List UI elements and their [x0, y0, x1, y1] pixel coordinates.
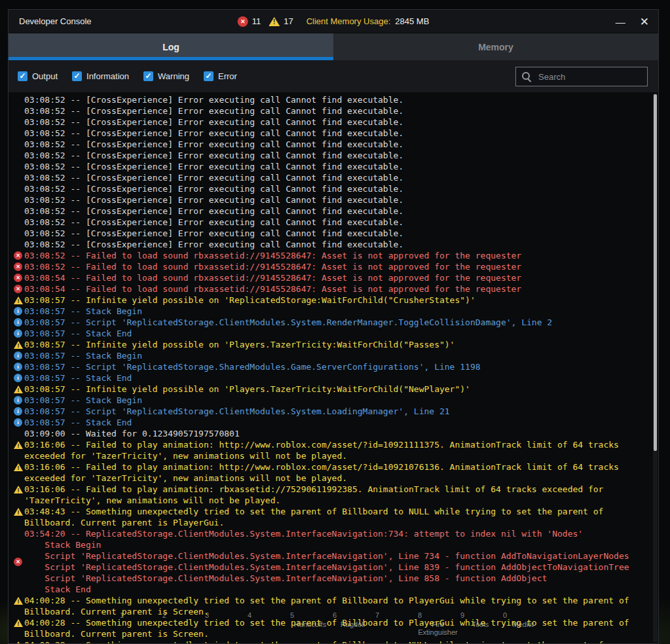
log-entry-gutter: [14, 272, 24, 282]
warning-icon: [14, 508, 23, 516]
log-entry: 03:08:52 -- [CrossExperience] Error exec…: [14, 150, 646, 161]
minimize-button[interactable]: —: [616, 17, 625, 27]
warning-icon: [14, 619, 23, 627]
log-entry: 03:08:52 -- [CrossExperience] Error exec…: [14, 105, 646, 116]
log-entry-text: 03:54:20 -- ReplicatedStorage.ClientModu…: [24, 528, 646, 595]
checkbox-checked-icon: [143, 71, 153, 81]
search-box[interactable]: [515, 67, 648, 86]
error-count: 11: [252, 16, 261, 26]
log-entry-gutter: [14, 250, 24, 260]
info-icon: [14, 418, 22, 427]
log-entry-gutter: [14, 161, 24, 162]
log-entry-gutter: [14, 328, 24, 338]
error-icon: [14, 558, 22, 566]
scrollbar-thumb[interactable]: [654, 94, 657, 451]
log-entry-text: 03:08:57 -- Stack Begin: [24, 350, 646, 361]
error-icon: [14, 285, 22, 293]
log-entry: 03:08:57 -- Infinite yield possible on '…: [14, 295, 646, 306]
filter-warning[interactable]: Warning: [143, 71, 189, 81]
log-entry-text: 03:08:57 -- Infinite yield possible on '…: [24, 384, 646, 395]
status-badges: 11 17 Client Memory Usage: 2845 MB: [238, 16, 430, 27]
log-entry-gutter: [14, 228, 24, 229]
log-entry: 04:00:28 -- Something unexpectedly tried…: [14, 595, 646, 617]
tab-log-label: Log: [162, 42, 179, 52]
log-entry: 03:08:57 -- Stack End: [14, 417, 646, 428]
info-icon: [14, 396, 22, 404]
log-entry-gutter: [14, 295, 24, 304]
client-memory-usage-value: 2845 MB: [395, 16, 429, 26]
log-entry: 03:08:57 -- Stack End: [14, 372, 646, 384]
log-entry-gutter: [14, 116, 24, 118]
scrollbar[interactable]: [653, 94, 658, 642]
filter-information[interactable]: Information: [72, 71, 129, 81]
log-entry-gutter: [14, 395, 24, 404]
log-entry: 03:08:57 -- Stack Begin: [14, 306, 646, 317]
checkbox-checked-icon: [72, 71, 82, 81]
log-entry-text: 03:08:52 -- [CrossExperience] Error exec…: [24, 217, 646, 228]
tab-memory[interactable]: Memory: [333, 33, 658, 60]
log-entry-text: 03:08:57 -- Infinite yield possible on '…: [24, 339, 646, 350]
log-entry: 03:08:52 -- [CrossExperience] Error exec…: [14, 139, 646, 150]
log-entry: 03:08:57 -- Script 'ReplicatedStorage.Cl…: [14, 317, 646, 328]
log-entry: 03:16:06 -- Failed to play animation: ht…: [14, 461, 646, 484]
log-entry-gutter: [14, 384, 24, 393]
log-entry-gutter: [14, 595, 24, 605]
window-controls: — ✕: [616, 10, 649, 33]
log-entry-text: 03:08:52 -- [CrossExperience] Error exec…: [24, 150, 646, 161]
info-icon: [14, 351, 22, 360]
log-entry-gutter: [14, 617, 24, 627]
filter-warning-label: Warning: [158, 71, 189, 81]
log-entry-text: 03:08:52 -- [CrossExperience] Error exec…: [24, 183, 646, 194]
log-entry-text: 03:08:57 -- Script 'ReplicatedStorage.Sh…: [24, 361, 646, 372]
log-entry-text: 03:08:52 -- [CrossExperience] Error exec…: [24, 128, 646, 139]
window-title: Developer Console: [19, 16, 92, 26]
log-entry-gutter: [14, 361, 24, 371]
info-icon: [14, 318, 22, 327]
log-entry-text: 03:08:52 -- [CrossExperience] Error exec…: [24, 161, 646, 172]
log-entry-gutter: [14, 484, 24, 493]
log-entry-gutter: [14, 417, 24, 427]
log-entry-text: 03:08:57 -- Stack Begin: [24, 306, 646, 317]
log-entry-text: 04:00:28 -- Something unexpectedly tried…: [24, 639, 646, 643]
warning-icon: [14, 597, 23, 605]
filter-error[interactable]: Error: [204, 71, 237, 81]
filter-output[interactable]: Output: [18, 71, 58, 81]
log-entry-text: 03:08:52 -- [CrossExperience] Error exec…: [24, 228, 646, 239]
log-entry: 03:08:52 -- [CrossExperience] Error exec…: [14, 128, 646, 139]
warning-icon: [14, 641, 23, 643]
search-input[interactable]: [537, 71, 641, 82]
log-entry-text: 03:08:52 -- [CrossExperience] Error exec…: [24, 116, 646, 128]
warning-icon: [14, 296, 23, 304]
filter-information-label: Information: [86, 71, 129, 81]
error-icon: [14, 251, 22, 260]
filter-bar: Output Information Warning Error: [9, 60, 658, 92]
error-count-icon: [238, 16, 248, 27]
info-icon: [14, 307, 22, 315]
log-entry: 03:08:52 -- [CrossExperience] Error exec…: [14, 116, 646, 128]
log-entry-text: 03:08:52 -- Failed to load sound rbxasse…: [24, 261, 646, 272]
log-entry: 03:08:52 -- Failed to load sound rbxasse…: [14, 261, 646, 272]
log-entry-gutter: [14, 306, 24, 315]
log-entry-gutter: [14, 172, 24, 173]
warning-icon: [14, 441, 23, 449]
log-entry-text: 03:08:57 -- Infinite yield possible on '…: [24, 295, 646, 306]
log-entry-gutter: [14, 317, 24, 327]
log-entry: 03:08:57 -- Script 'ReplicatedStorage.Cl…: [14, 406, 646, 417]
log-output: 03:08:52 -- [CrossExperience] Error exec…: [9, 92, 658, 643]
log-entry-text: 03:09:00 -- Waited for 0.123490571975708…: [24, 428, 646, 439]
tab-log[interactable]: Log: [9, 33, 333, 60]
log-entry: 03:08:57 -- Infinite yield possible on '…: [14, 384, 646, 395]
close-icon[interactable]: ✕: [640, 16, 649, 27]
titlebar: Developer Console 11 17 Client Memory Us…: [9, 10, 658, 33]
log-entry-text: 03:08:52 -- Failed to load sound rbxasse…: [24, 250, 646, 261]
checkbox-checked-icon: [18, 71, 28, 81]
log-entry: 03:08:54 -- Failed to load sound rbxasse…: [14, 283, 646, 295]
log-entry: 03:08:52 -- [CrossExperience] Error exec…: [14, 183, 646, 194]
log-entry: 03:08:52 -- Failed to load sound rbxasse…: [14, 250, 646, 261]
log-entry-text: 03:08:52 -- [CrossExperience] Error exec…: [24, 139, 646, 150]
log-entry-text: 03:08:57 -- Stack End: [24, 328, 646, 339]
log-entry-text: 03:08:52 -- [CrossExperience] Error exec…: [24, 172, 646, 183]
log-entry-gutter: [14, 139, 24, 140]
log-entry-text: 03:48:43 -- Something unexpectedly tried…: [24, 506, 646, 528]
log-entry-gutter: [14, 350, 24, 360]
